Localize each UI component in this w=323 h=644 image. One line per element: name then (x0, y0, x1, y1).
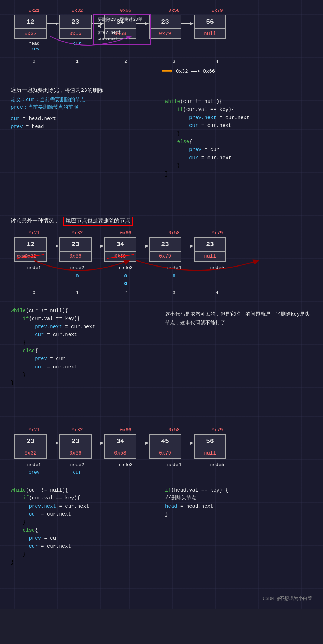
code-right-1: while(cur != null){ if(cur.val == key){ … (165, 98, 312, 178)
spacer-2 (11, 203, 312, 217)
svg-marker-17 (56, 442, 59, 445)
svg-marker-23 (190, 442, 194, 445)
node-2-5: 23 null (194, 237, 226, 262)
node-2-4: 23 0x79 (149, 237, 181, 262)
section3-code: while(cur != null){ if(cur.val == key){ … (11, 486, 312, 567)
node-3-3: 34 0x58 (104, 434, 136, 459)
dot-4 (173, 274, 175, 277)
list-row-3: 23 0x32 23 0x66 34 0x58 (14, 434, 312, 459)
svg-marker-19 (100, 442, 104, 445)
addr-1-3: 0x66 (100, 7, 151, 14)
comment-text-2: 这串代码是依然可以的，但是它唯一的问题就是：当删除key是头节点，这串代码就不能… (165, 310, 312, 328)
node-1-5: 56 null (194, 15, 226, 39)
node-next-1-2: 0x66 (60, 29, 91, 38)
section2-code-left: while(cur != null){ if(cur.val == key){ … (11, 307, 158, 387)
spacer-5 (11, 577, 312, 592)
section2-comment: 这串代码是依然可以的，但是它唯一的问题就是：当删除key是头节点，这串代码就不能… (165, 307, 312, 387)
addr-1-4: 0x58 (151, 7, 197, 14)
dot-3 (124, 282, 127, 285)
pointer-arrow-icon: ⟹ (162, 66, 173, 76)
svg-marker-15 (190, 245, 194, 248)
section2-title-row: 讨论另外一种情况， 尾巴节点也是要删除的节点 (11, 217, 312, 224)
list-row-1: 12 0x32 23 0x66 34 (14, 15, 312, 39)
def-2: prev：当前要删除节点的前驱 (11, 104, 158, 111)
section2: 0x21 0x32 0x66 0x58 0x79 12 0x32 0x66 (11, 230, 312, 296)
node-3-4: 45 0x79 (149, 434, 181, 459)
addr-1-5: 0x79 (197, 7, 237, 14)
addr-row-2: 0x21 0x32 0x66 0x58 0x79 (14, 230, 312, 236)
spacer-4 (11, 412, 312, 427)
svg-marker-7 (190, 22, 194, 25)
svg-marker-13 (145, 245, 149, 248)
code-block-3-left: while(cur != null){ if(cur.val == key){ … (11, 486, 158, 567)
node-3-2: 23 0x66 (59, 434, 92, 459)
node-val-1-2: 23 (60, 15, 91, 29)
node-1-1: 12 0x32 (14, 15, 47, 39)
dot-1 (76, 274, 79, 277)
arrow-label: 0x32 ——> 0x66 (176, 69, 215, 74)
svg-marker-1 (56, 22, 59, 25)
title-1: 遍历一遍就要删除完，将值为23的删除 (11, 87, 158, 94)
index-row-2: 0 1 2 3 4 (14, 290, 312, 296)
svg-marker-11 (100, 245, 104, 248)
code-left-1: cur = head.next prev = head (11, 115, 158, 131)
arrow-1-1 (47, 20, 59, 27)
node-next-1-5: null (195, 29, 225, 38)
node-labels-3: node1 node2 node3 node4 node5 (14, 461, 312, 468)
pointer-labels-3: prev cur (14, 469, 312, 475)
node-val-1-4: 23 (150, 15, 181, 29)
signature: CSDN @不想成为小白菜 (11, 592, 312, 602)
section2-highlight-box: 尾巴节点也是要删除的节点 (63, 217, 133, 226)
spacer-1 (11, 189, 312, 203)
section2-title-text: 讨论另外一种情况， (11, 218, 59, 224)
addr-1-1: 0x21 (14, 7, 54, 14)
code-block-2: while(cur != null){ if(cur.val == key){ … (11, 307, 158, 387)
section1-text: 遍历一遍就要删除完，将值为23的删除 定义：cur：当前需要删除的节点 prev… (11, 87, 312, 178)
addr-row-3: 0x21 0x32 0x66 0x58 0x79 (14, 427, 312, 433)
label-1-1: head prev (14, 41, 54, 52)
arrow-1-4 (181, 20, 194, 27)
node-1-4: 23 0x79 (149, 15, 181, 39)
dot-2 (124, 274, 127, 277)
node-2-1: 12 0x32 0x66 (14, 237, 47, 262)
node-val-1-1: 12 (15, 15, 46, 29)
section3: 0x21 0x32 0x66 0x58 0x79 23 0x32 23 0x66 (11, 427, 312, 475)
callout-box: 要删除23，即跳过23即可 prev.next = cur.next (93, 14, 151, 45)
code-block-3-right: if(head.val == key) { //删除头节点 head = hea… (165, 486, 312, 518)
section3-code-right: if(head.val == key) { //删除头节点 head = hea… (165, 486, 312, 567)
node-labels-2: node1 node2 node3 node4 node5 (14, 264, 312, 287)
section1-right: while(cur != null){ if(cur.val == key){ … (165, 87, 312, 178)
section1: 0x21 0x32 0x66 0x58 0x79 12 0x32 23 (11, 7, 312, 76)
addr-row-1: 0x21 0x32 0x66 0x58 0x79 (14, 7, 312, 14)
node-next-1-1: 0x32 (15, 29, 46, 38)
labels-row-1: head prev cur 要删除23，即跳过23即可 prev.next = … (14, 41, 312, 52)
def-1: 定义：cur：当前需要删除的节点 (11, 97, 158, 103)
section3-code-left: while(cur != null){ if(cur.val == key){ … (11, 486, 158, 567)
pointer-arrow-row: ⟹ 0x32 ——> 0x66 (162, 66, 312, 76)
node-2-2: 23 0x66 (59, 237, 92, 262)
list-row-2: 12 0x32 0x66 23 0x66 (14, 237, 312, 262)
node-3-1: 23 0x32 (14, 434, 47, 459)
node-val-1-5: 56 (195, 15, 225, 29)
spacer-3 (11, 398, 312, 412)
svg-marker-9 (56, 245, 59, 248)
svg-marker-21 (145, 442, 149, 445)
index-row-1: 0 1 2 3 4 (14, 58, 312, 65)
section1-two-col: 遍历一遍就要删除完，将值为23的删除 定义：cur：当前需要删除的节点 prev… (11, 87, 312, 178)
node-3-5: 56 null (194, 434, 226, 459)
section2-code: while(cur != null){ if(cur.val == key){ … (11, 307, 312, 387)
addr-1-2: 0x32 (54, 7, 100, 14)
node-2-3: 34 0x58 null (104, 237, 136, 262)
callout-box-wrapper: 要删除23，即跳过23即可 prev.next = cur.next (100, 41, 151, 52)
node-1-2: 23 0x66 (59, 15, 92, 39)
node-next-1-4: 0x79 (150, 29, 181, 38)
section1-left: 遍历一遍就要删除完，将值为23的删除 定义：cur：当前需要删除的节点 prev… (11, 87, 158, 178)
page-container: 0x21 0x32 0x66 0x58 0x79 12 0x32 23 (0, 0, 323, 609)
